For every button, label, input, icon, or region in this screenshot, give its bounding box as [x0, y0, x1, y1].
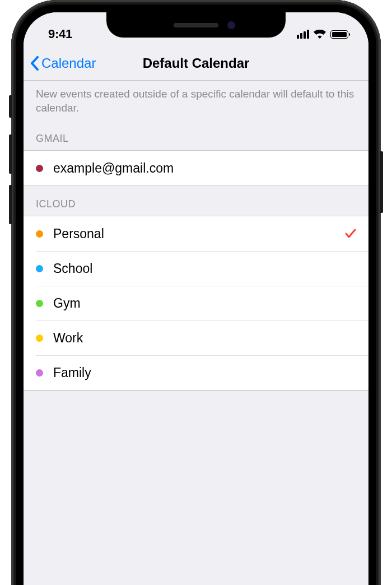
list-group: PersonalSchoolGymWorkFamily	[24, 216, 368, 391]
back-label: Calendar	[41, 55, 96, 71]
calendar-row[interactable]: example@gmail.com	[24, 151, 368, 185]
checkmark-icon	[345, 229, 356, 239]
status-icons	[297, 30, 348, 39]
color-dot-icon	[36, 230, 43, 238]
color-dot-icon	[36, 335, 43, 342]
calendar-row[interactable]: Work	[24, 321, 368, 355]
calendar-row[interactable]: School	[24, 251, 368, 286]
cellular-signal-icon	[297, 30, 309, 39]
calendar-label: Work	[53, 331, 356, 346]
color-dot-icon	[36, 265, 43, 272]
calendar-row[interactable]: Gym	[24, 286, 368, 321]
calendar-label: example@gmail.com	[53, 161, 356, 176]
chevron-left-icon	[30, 56, 39, 71]
front-camera	[227, 21, 235, 29]
calendar-row[interactable]: Personal	[24, 216, 368, 251]
section-description: New events created outside of a specific…	[24, 81, 368, 120]
calendar-row[interactable]: Family	[24, 355, 368, 390]
back-button[interactable]: Calendar	[30, 55, 96, 71]
speaker-grille	[174, 23, 218, 27]
list-group: example@gmail.com	[24, 150, 368, 186]
volume-up-button	[9, 134, 12, 174]
nav-bar: Calendar Default Calendar	[24, 46, 368, 81]
battery-icon	[330, 30, 348, 39]
silence-switch	[9, 95, 12, 118]
screen: 9:41	[24, 12, 368, 585]
calendar-label: School	[53, 261, 356, 276]
color-dot-icon	[36, 165, 43, 172]
wifi-icon	[314, 30, 326, 39]
power-button	[380, 151, 383, 213]
section-header: ICLOUD	[24, 186, 368, 216]
notch	[106, 12, 286, 38]
phone-frame: 9:41	[11, 0, 381, 585]
section-header: GMAIL	[24, 120, 368, 150]
volume-down-button	[9, 185, 12, 224]
calendar-label: Family	[53, 365, 356, 380]
calendar-label: Gym	[53, 296, 356, 311]
calendar-label: Personal	[53, 226, 345, 242]
status-time: 9:41	[48, 27, 72, 41]
color-dot-icon	[36, 369, 43, 377]
color-dot-icon	[36, 300, 43, 307]
